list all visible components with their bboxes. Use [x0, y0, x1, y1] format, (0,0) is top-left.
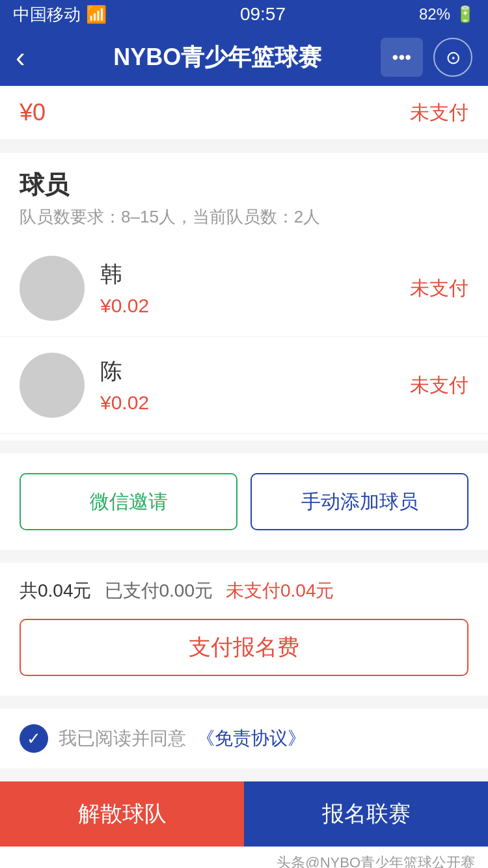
status-bar-right: 82% 🔋 [419, 5, 475, 23]
wifi-icon: 📶 [86, 5, 107, 25]
player-info: 陈 ¥0.02 [100, 357, 410, 414]
agreement-link[interactable]: 《免责协议》 [197, 726, 306, 751]
agreement-row: ✓ 我已阅读并同意 《免责协议》 [0, 709, 488, 768]
back-button[interactable]: ‹ [16, 41, 55, 74]
battery-icon: 🔋 [455, 5, 475, 23]
check-icon: ✓ [27, 729, 41, 749]
watermark: 头条@NYBO青少年篮球公开赛 [0, 847, 488, 868]
record-icon: ⊙ [446, 47, 461, 68]
wechat-invite-button[interactable]: 微信邀请 [20, 473, 237, 530]
player-info: 韩 ¥0.02 [100, 260, 410, 317]
avatar [20, 256, 85, 321]
top-fee-amount: ¥0 [20, 99, 46, 126]
nav-actions: ••• ⊙ [381, 38, 472, 77]
add-player-button[interactable]: 手动添加球员 [251, 473, 468, 530]
payment-summary: 共0.04元 已支付0.00元 未支付0.04元 [0, 563, 488, 619]
carrier-text: 中国移动 [13, 3, 81, 26]
nav-bar: ‹ NYBO青少年篮球赛 ••• ⊙ [0, 29, 488, 86]
section-header: 球员 队员数要求：8–15人，当前队员数：2人 [0, 153, 488, 234]
more-button[interactable]: ••• [381, 38, 423, 77]
status-bar: 中国移动 📶 09:57 82% 🔋 [0, 0, 488, 29]
bottom-buttons: 解散球队 报名联赛 [0, 781, 488, 847]
player-fee: ¥0.02 [100, 392, 410, 414]
disband-button[interactable]: 解散球队 [0, 781, 244, 847]
player-status: 未支付 [410, 275, 468, 302]
pay-button[interactable]: 支付报名费 [20, 619, 468, 676]
nav-title: NYBO青少年篮球赛 [55, 42, 381, 74]
pay-button-wrapper: 支付报名费 [0, 619, 488, 696]
section-subtitle: 队员数要求：8–15人，当前队员数：2人 [20, 206, 468, 228]
players-section: 球员 队员数要求：8–15人，当前队员数：2人 韩 ¥0.02 未支付 陈 ¥0… [0, 153, 488, 441]
top-fee-status: 未支付 [410, 100, 468, 126]
player-name: 陈 [100, 357, 410, 387]
player-fee: ¥0.02 [100, 295, 410, 317]
record-button[interactable]: ⊙ [433, 38, 472, 77]
payment-unpaid: 未支付0.04元 [226, 578, 334, 603]
action-buttons: 微信邀请 手动添加球员 [0, 454, 488, 550]
player-item: 陈 ¥0.02 未支付 [0, 337, 488, 434]
battery-text: 82% [419, 5, 450, 23]
top-fee-row: ¥0 未支付 [0, 86, 488, 140]
player-list: 韩 ¥0.02 未支付 陈 ¥0.02 未支付 [0, 234, 488, 441]
section-title: 球员 [20, 169, 468, 202]
status-bar-left: 中国移动 📶 [13, 3, 107, 26]
status-bar-time: 09:57 [240, 4, 286, 25]
agreement-checkbox[interactable]: ✓ [20, 724, 48, 753]
register-button[interactable]: 报名联赛 [244, 781, 488, 847]
avatar [20, 353, 85, 418]
payment-paid: 已支付0.00元 [105, 578, 213, 603]
player-item: 韩 ¥0.02 未支付 [0, 240, 488, 337]
agreement-text: 我已阅读并同意 [59, 726, 186, 751]
payment-total: 共0.04元 [20, 578, 92, 603]
player-status: 未支付 [410, 372, 468, 399]
player-name: 韩 [100, 260, 410, 290]
